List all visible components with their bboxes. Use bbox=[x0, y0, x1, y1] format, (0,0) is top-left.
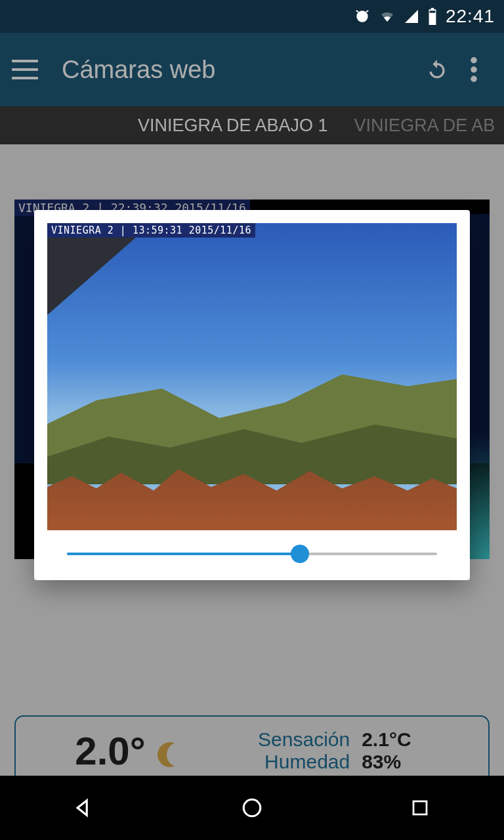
svg-point-4 bbox=[243, 799, 261, 816]
alarm-icon bbox=[354, 8, 371, 25]
wifi-icon bbox=[379, 9, 396, 24]
android-status-bar: 22:41 bbox=[0, 0, 504, 33]
status-time: 22:41 bbox=[446, 6, 495, 27]
battery-icon bbox=[427, 8, 438, 25]
nav-recents-button[interactable] bbox=[404, 792, 436, 824]
nav-back-button[interactable] bbox=[68, 792, 100, 824]
cell-signal-icon bbox=[404, 9, 419, 24]
android-nav-bar bbox=[0, 776, 504, 840]
dialog-webcam-image[interactable]: VINIEGRA 2 | 13:59:31 2015/11/16 bbox=[47, 223, 457, 530]
dialog-cam-overlay-text: VINIEGRA 2 | 13:59:31 2015/11/16 bbox=[47, 223, 255, 238]
svg-rect-5 bbox=[413, 801, 427, 814]
timelapse-slider[interactable] bbox=[67, 553, 437, 555]
svg-rect-0 bbox=[430, 10, 436, 12]
nav-home-button[interactable] bbox=[236, 792, 268, 824]
slider-thumb-icon[interactable] bbox=[291, 545, 309, 563]
webcam-timelapse-dialog: VINIEGRA 2 | 13:59:31 2015/11/16 bbox=[34, 210, 470, 580]
